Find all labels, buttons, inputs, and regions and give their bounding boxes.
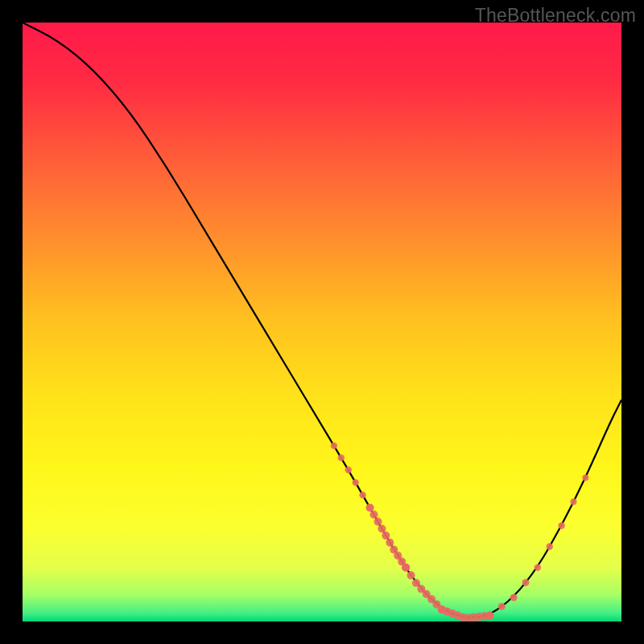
data-point bbox=[374, 518, 382, 526]
data-point bbox=[407, 572, 415, 580]
data-point bbox=[558, 522, 564, 529]
data-point bbox=[352, 479, 358, 485]
chart-background bbox=[23, 23, 621, 621]
chart-svg bbox=[23, 23, 621, 621]
data-point bbox=[510, 594, 518, 601]
data-point bbox=[331, 443, 337, 449]
data-point bbox=[570, 498, 576, 505]
data-point bbox=[338, 454, 345, 460]
watermark-text: TheBottleneck.com bbox=[475, 5, 636, 27]
chart-plot-area bbox=[23, 23, 621, 621]
data-point bbox=[535, 564, 541, 571]
data-point bbox=[378, 525, 386, 533]
data-point bbox=[369, 510, 378, 518]
data-point bbox=[345, 467, 352, 473]
data-point bbox=[402, 564, 410, 572]
data-point bbox=[366, 504, 374, 512]
data-point bbox=[382, 531, 390, 539]
chart-frame: TheBottleneck.com bbox=[0, 0, 644, 644]
data-point bbox=[386, 539, 394, 547]
data-point bbox=[522, 579, 529, 586]
data-point bbox=[582, 474, 588, 481]
data-point bbox=[359, 492, 365, 498]
data-point bbox=[498, 603, 506, 610]
data-point bbox=[486, 612, 493, 619]
data-point bbox=[547, 543, 553, 550]
